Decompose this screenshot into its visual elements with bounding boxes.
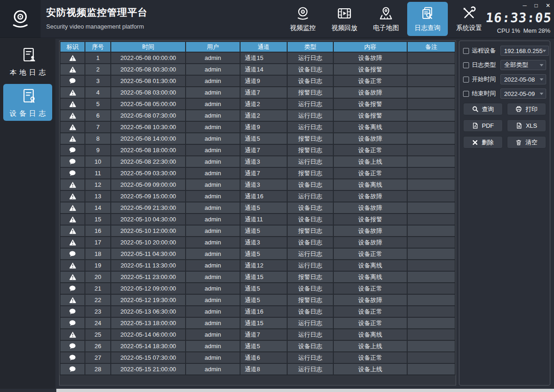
cell-time: 2022-05-08 03:00:00 [111,87,185,98]
cell-content: 设备故障 [334,191,407,202]
nav-item-settings[interactable]: 系统设置 [449,2,489,36]
chevron-down-icon [540,78,543,83]
clear-button[interactable]: 清空 [507,136,547,148]
cell-user: admin [186,99,240,109]
sidebar-item-local-log[interactable]: 本地日志 [3,43,52,80]
cell-seq: 11 [85,168,110,178]
cell-user: admin [186,272,240,282]
pdf-button[interactable]: PDF [463,119,503,132]
cell-type: 运行日志 [288,156,333,167]
log-type-checkbox[interactable] [463,62,469,68]
cell-remark [408,272,455,282]
remote-device-checkbox[interactable] [463,48,469,54]
cell-user: admin [186,260,240,271]
cell-time: 2022-05-14 18:30:00 [111,341,185,351]
cell-type: 设备日志 [288,237,333,248]
end-time-select[interactable]: 2022-05-09 [500,89,546,99]
cell-content: 设备正常 [334,306,407,317]
cell-type: 运行日志 [288,318,333,328]
log-mark-icon [60,202,84,213]
log-mark-icon [60,283,84,294]
nav-label: 电子地图 [373,24,399,32]
cell-content: 设备离线 [334,272,407,282]
cell-user: admin [186,352,240,363]
warning-icon [68,54,77,62]
log-type-select[interactable]: 全部类型 [500,60,546,70]
column-header[interactable]: 用户 [186,42,240,52]
delete-button[interactable]: 删除 [463,136,503,148]
close-button[interactable]: ✕ [546,3,550,8]
cell-content: 设备正常 [334,76,407,86]
cell-type: 运行日志 [288,329,333,340]
cell-user: admin [186,318,240,328]
comment-icon [68,169,77,177]
cell-time: 2022-05-08 14:00:00 [111,133,185,144]
nav-item-video-playback[interactable]: 视频回放 [324,2,365,36]
cell-channel: 通道15 [241,272,287,282]
system-usage: CPU 1%Mem 28% [486,27,550,34]
column-header[interactable]: 时间 [111,42,185,52]
cell-type: 运行日志 [288,191,333,202]
window-controls: ─ □ ✕ [486,1,550,9]
nav-item-log-query[interactable]: 日志查询 [407,2,448,36]
column-header[interactable]: 序号 [85,42,110,52]
cell-time: 2022-05-11 04:30:00 [111,249,185,259]
cell-content: 设备故障 [334,237,407,248]
start-time-checkbox[interactable] [463,77,469,83]
column-header[interactable]: 备注 [408,42,455,52]
xls-button[interactable]: XLS [507,119,547,132]
horizontal-scrollbar[interactable] [56,389,554,392]
cell-content: 设备故障 [334,226,407,236]
sidebar-item-device-log[interactable]: 设备日志 [3,84,52,121]
warning-icon [68,227,77,235]
cell-user: admin [186,133,240,144]
log-mark-icon [60,318,84,328]
column-header[interactable]: 内容 [334,42,407,52]
log-mark-icon [60,191,84,202]
cell-channel: 通道15 [241,53,287,63]
filter-label: 远程设备 [472,47,498,55]
cell-type: 设备日志 [288,202,333,213]
column-header[interactable]: 通道 [241,42,287,52]
remote-device-select[interactable]: 192.168.0.255 [500,46,549,56]
cell-time: 2022-05-10 20:00:00 [111,237,185,248]
cell-remark [408,64,455,75]
column-header[interactable]: 类型 [288,42,333,52]
start-time-select[interactable]: 2022-05-08 [500,74,546,84]
cell-type: 设备日志 [288,64,333,75]
log-mark-icon [60,295,84,305]
sidebar: 本地日志 设备日志 [0,39,55,389]
cell-content: 设备离线 [334,260,407,271]
cell-remark [408,283,455,294]
cell-time: 2022-05-09 15:00:00 [111,191,185,202]
cell-user: admin [186,237,240,248]
cell-remark [408,260,455,271]
cell-user: admin [186,145,240,155]
query-button[interactable]: 查询 [463,103,503,115]
cell-time: 2022-05-08 07:30:00 [111,110,185,121]
cell-time: 2022-05-09 21:30:00 [111,202,185,213]
nav-item-emap[interactable]: 电子地图 [366,2,406,36]
column-header[interactable]: 标识 [60,42,84,52]
comment-icon [68,77,77,85]
cell-channel: 通道15 [241,318,287,328]
cell-seq: 4 [85,87,110,98]
maximize-button[interactable]: □ [535,3,538,8]
log-mark-icon [60,179,84,190]
webcam-icon [295,6,311,21]
cell-remark [408,364,455,374]
cell-remark [408,214,455,225]
print-button[interactable]: 打印 [507,103,547,115]
cell-remark [408,352,455,363]
cell-time: 2022-05-11 13:30:00 [111,260,185,271]
end-time-checkbox[interactable] [463,91,469,97]
cell-remark [408,133,455,144]
filter-label: 日志类型 [472,61,498,69]
minimize-button[interactable]: ─ [523,3,527,8]
comment-icon [68,285,77,292]
nav-item-video-monitor[interactable]: 视频监控 [283,2,323,36]
cell-seq: 14 [85,202,110,213]
cell-channel: 通道5 [241,202,287,213]
comment-icon [68,308,77,315]
log-mark-icon [60,76,84,86]
